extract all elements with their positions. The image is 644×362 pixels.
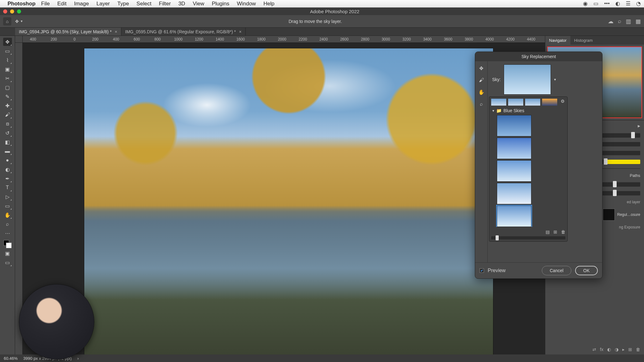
more-icon[interactable]: ••• [604, 0, 610, 7]
ok-button[interactable]: OK [575, 266, 598, 275]
window-close-button[interactable] [3, 9, 7, 14]
sky-move-tool[interactable]: ✥ [478, 64, 485, 72]
close-icon[interactable]: × [115, 29, 117, 34]
menu-help[interactable]: Help [264, 1, 275, 7]
chevron-down-icon[interactable]: ▾ [554, 77, 556, 82]
gradient-tool[interactable]: ▬ [3, 147, 12, 155]
history-brush-tool[interactable]: ↺ [3, 129, 12, 137]
delete-preset-icon[interactable]: 🗑 [561, 229, 565, 234]
window-minimize-button[interactable] [10, 9, 14, 14]
menu-view[interactable]: View [193, 1, 204, 7]
cloud-docs-icon[interactable]: ☁ [608, 18, 613, 25]
menu-select[interactable]: Select [136, 1, 151, 7]
menu-filter[interactable]: Filter [159, 1, 171, 7]
mask-icon[interactable]: ◐ [607, 347, 611, 352]
menu-window[interactable]: Window [237, 1, 256, 7]
workspace-icon[interactable]: ▥ [626, 18, 631, 25]
move-tool[interactable]: ✥ [3, 38, 12, 46]
marquee-tool[interactable]: ▭ [3, 47, 12, 55]
sky-preset-selected[interactable] [497, 206, 531, 227]
menu-edit[interactable]: Edit [57, 1, 66, 7]
link-icon[interactable]: ⇄ [592, 347, 596, 352]
layer-name[interactable]: Regul…osure [617, 212, 640, 217]
sky-thumb[interactable] [542, 99, 557, 106]
layer-thumb[interactable] [603, 209, 615, 221]
document-tab-2[interactable]: IMG_0595.DNG @ 61.6% (Regular Exposure, … [121, 28, 246, 36]
sky-preview-thumb[interactable] [504, 64, 551, 95]
import-icon[interactable]: ▤ [546, 229, 550, 234]
menu-layer[interactable]: Layer [97, 1, 110, 7]
zoom-tool[interactable]: ⌕ [3, 220, 12, 228]
adjustment-icon[interactable]: ◑ [615, 347, 619, 352]
rectangle-tool[interactable]: ▭ [3, 202, 12, 210]
app-name[interactable]: Photoshop [8, 1, 36, 7]
tab-label: IMG_0595.DNG @ 61.6% (Regular Exposure, … [125, 29, 236, 34]
search-icon[interactable]: ⌕ [618, 18, 621, 25]
brush-tool[interactable]: 🖌 [3, 111, 12, 119]
sky-thumb[interactable] [491, 99, 506, 106]
sky-preset[interactable] [497, 115, 531, 136]
window-maximize-button[interactable] [17, 9, 21, 14]
clock-icon[interactable]: ◔ [636, 0, 641, 7]
type-tool[interactable]: T [3, 184, 12, 192]
sky-folder-row[interactable]: ▾ 📁 Blue Skies [492, 108, 565, 113]
menu-file[interactable]: File [41, 1, 50, 7]
collapse-icon[interactable]: ▸ [638, 123, 640, 129]
crop-tool[interactable]: ✂ [3, 74, 12, 82]
gear-icon[interactable]: ⚙ [561, 99, 565, 104]
screen-record-icon[interactable]: ▭ [593, 0, 598, 7]
sky-preset[interactable] [497, 183, 531, 204]
tab-navigator[interactable]: Navigator [545, 36, 570, 45]
cc-icon[interactable]: ◉ [583, 0, 588, 7]
tab-histogram[interactable]: Histogram [570, 36, 597, 45]
macos-menubar: Photoshop File Edit Image Layer Type Sel… [0, 0, 644, 8]
lasso-tool[interactable]: ⌇ [3, 56, 12, 64]
sky-zoom-tool[interactable]: ⌕ [478, 100, 485, 108]
object-select-tool[interactable]: ▣ [3, 65, 12, 73]
clone-stamp-tool[interactable]: ⧈ [3, 120, 12, 128]
new-preset-icon[interactable]: ⊞ [553, 229, 557, 234]
hand-tool[interactable]: ✋ [3, 211, 12, 219]
screen-mode-tool[interactable]: ▭ [3, 258, 12, 266]
chevron-right-icon[interactable]: › [77, 356, 79, 361]
edit-toolbar[interactable]: ⋯ [3, 229, 12, 237]
dodge-tool[interactable]: ◐ [3, 165, 12, 173]
home-button[interactable]: ⌂ [3, 17, 11, 25]
zoom-level[interactable]: 60.46% [4, 356, 18, 361]
blur-tool[interactable]: ● [3, 156, 12, 164]
sky-thumb[interactable] [508, 99, 523, 106]
dropdown-icon[interactable]: ▾ [21, 19, 23, 23]
share-icon[interactable]: ▦ [636, 18, 641, 25]
quick-mask-tool[interactable]: ▣ [3, 249, 12, 257]
folder-icon[interactable]: ▸ [622, 347, 625, 352]
control-center-icon[interactable]: ☰ [626, 0, 630, 7]
canvas-image[interactable] [84, 48, 493, 354]
preview-checkbox[interactable]: ✔ [480, 268, 484, 273]
healing-brush-tool[interactable]: ✚ [3, 101, 12, 110]
sky-thumb[interactable] [525, 99, 540, 106]
sky-preset[interactable] [497, 138, 531, 159]
close-icon[interactable]: × [239, 29, 242, 34]
path-select-tool[interactable]: ▷ [3, 193, 12, 201]
thumbnail-size-slider[interactable] [491, 236, 565, 239]
sky-hand-tool[interactable]: ✋ [478, 88, 485, 96]
ruler-horizontal[interactable]: 4002000200400600800100012001400160018002… [23, 36, 545, 43]
cancel-button[interactable]: Cancel [542, 266, 571, 275]
menu-type[interactable]: Type [117, 1, 129, 7]
color-swatches[interactable] [3, 240, 12, 248]
frame-tool[interactable]: ▢ [3, 83, 12, 91]
eyedropper-tool[interactable]: ✎ [3, 92, 12, 101]
new-layer-icon[interactable]: ⊞ [628, 347, 632, 352]
sky-list[interactable] [491, 115, 565, 227]
siri-icon[interactable]: ◐ [615, 0, 620, 7]
eraser-tool[interactable]: ◧ [3, 138, 12, 146]
menu-plugins[interactable]: Plugins [212, 1, 229, 7]
document-tab-1[interactable]: IMG_0594.JPG @ 60.5% (Sky, Layer Mask/8)… [15, 28, 121, 36]
pen-tool[interactable]: ✒ [3, 174, 12, 183]
menu-image[interactable]: Image [74, 1, 89, 7]
sky-preset[interactable] [497, 160, 531, 182]
menu-3d[interactable]: 3D [178, 1, 185, 7]
trash-icon[interactable]: 🗑 [636, 347, 640, 352]
fx-icon[interactable]: fx [600, 347, 603, 352]
sky-brush-tool[interactable]: 🖌 [478, 76, 485, 84]
